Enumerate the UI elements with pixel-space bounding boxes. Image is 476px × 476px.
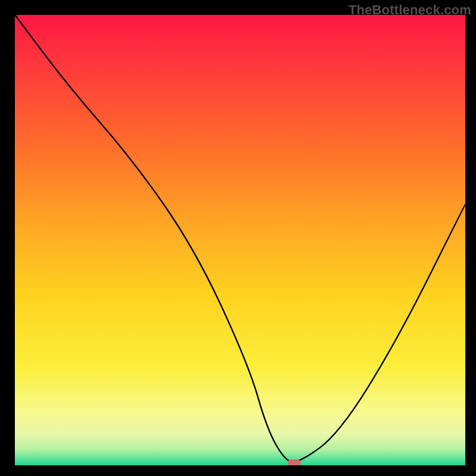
gradient-background bbox=[15, 15, 465, 465]
chart-frame: TheBottleneck.com bbox=[0, 0, 476, 476]
watermark-text: TheBottleneck.com bbox=[349, 2, 471, 18]
minimum-marker bbox=[287, 459, 300, 465]
plot-area bbox=[15, 15, 465, 465]
chart-svg bbox=[15, 15, 465, 465]
